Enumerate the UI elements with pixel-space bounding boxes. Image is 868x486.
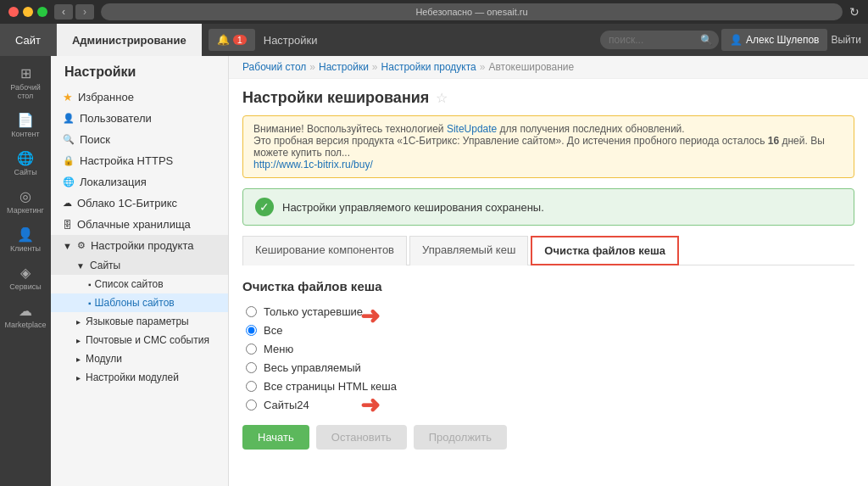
radio-old-label: Только устаревшие [264,305,363,318]
content-label: Контент [11,130,39,138]
breadcrumb-desktop[interactable]: Рабочий стол [242,61,306,73]
reload-icon[interactable]: ↻ [849,5,860,19]
favorite-star-icon[interactable]: ☆ [436,90,448,106]
radio-old[interactable]: Только устаревшие [246,305,854,318]
notification-btn[interactable]: 🔔 1 [209,29,255,51]
sites-label: Сайты [14,168,36,176]
nav-item-sites-group[interactable]: ▼ Сайты [51,256,228,275]
nav-item-localization[interactable]: 🌐 Локализация [51,171,228,193]
sidebar-item-clients[interactable]: 👤 Клиенты [0,221,51,259]
nav-item-storage[interactable]: 🗄 Облачные хранилища [51,214,228,235]
minimize-btn[interactable] [23,7,33,17]
logout-btn[interactable]: Выйти [831,24,861,56]
maximize-btn[interactable] [37,7,47,17]
radio-all[interactable]: Все [246,324,854,337]
nav-sidebar: Настройки ★ Избранное 👤 Пользователи 🔍 П… [51,56,229,486]
marketing-label: Маркетинг [7,206,44,215]
btn-group: Начать Остановить Продолжить [242,425,854,450]
stop-btn[interactable]: Остановить [316,425,407,450]
favorites-label: Избранное [78,91,134,103]
users-icon: 👤 [63,113,75,124]
alert-text1: Внимание! Воспользуйтесь технологией [253,123,447,135]
back-btn[interactable]: ‹ [54,4,73,20]
sidebar-item-marketplace[interactable]: ☁ Marketplace [0,297,51,335]
breadcrumb-product[interactable]: Настройки продукта [381,61,476,73]
search-nav-label: Поиск [80,133,110,146]
user-icon: 👤 [730,34,743,46]
localization-icon: 🌐 [63,176,75,187]
nav-item-mail[interactable]: ▸ Почтовые и СМС события [51,331,228,349]
marketplace-icon: ☁ [19,303,32,319]
sidebar-item-sites[interactable]: 🌐 Сайты [0,144,51,182]
search-icon: 🔍 [700,34,713,46]
icon-sidebar: ⊞ Рабочийстол 📄 Контент 🌐 Сайты ◎ Маркет… [0,56,51,486]
radio-menu-label: Меню [264,343,293,355]
clients-icon: 👤 [17,226,34,243]
radio-sites24[interactable]: Сайты24 [246,399,854,411]
nav-item-lang[interactable]: ▸ Языковые параметры [51,312,228,331]
notification-count: 1 [233,35,247,45]
page-title: Настройки кеширования [242,89,429,107]
nav-item-cloud[interactable]: ☁ Облако 1С-Битрикс [51,193,228,214]
alert-link[interactable]: SiteUpdate [447,123,497,135]
sites-list-label: Список сайтов [95,278,164,290]
cache-section: Очистка файлов кеша Только устаревшие Вс… [229,265,868,463]
sidebar-item-desktop[interactable]: ⊞ Рабочийстол [0,59,51,106]
admin-tab[interactable]: Администрирование [57,24,202,56]
site-tab[interactable]: Сайт [0,24,57,56]
sites-group-label: Сайты [90,260,120,271]
nav-item-sites-list[interactable]: ▪ Список сайтов [51,275,228,293]
breadcrumb-sep1: » [309,61,315,73]
close-btn[interactable] [8,7,19,17]
settings-link[interactable]: Настройки [264,24,318,56]
sidebar-item-content[interactable]: 📄 Контент [0,106,51,144]
modules-bullet: ▸ [76,355,81,364]
sidebar-title: Настройки [51,56,228,87]
tab-clean-cache[interactable]: Очистка файлов кеша [531,236,679,265]
favorites-icon: ★ [63,91,73,103]
nav-item-modules[interactable]: ▸ Модули [51,349,228,368]
cloud-icon: ☁ [63,198,72,209]
radio-html[interactable]: Все страницы HTML кеша [246,380,854,393]
sidebar-item-services[interactable]: ◈ Сервисы [0,259,51,297]
radio-menu[interactable]: Меню [246,343,854,355]
breadcrumb-sep3: » [480,61,486,73]
alert-text3: Это пробная версия продукта «1С-Битрикс:… [253,135,768,147]
services-icon: ◈ [20,265,31,281]
nav-item-search[interactable]: 🔍 Поиск [51,129,228,150]
users-label: Пользователи [80,112,152,125]
forward-btn[interactable]: › [75,4,94,20]
nav-item-favorites[interactable]: ★ Избранное [51,87,228,108]
mail-bullet: ▸ [76,336,81,345]
continue-btn[interactable]: Продолжить [414,425,507,450]
nav-item-users[interactable]: 👤 Пользователи [51,108,228,129]
alert-link2[interactable]: http://www.1c-bitrix.ru/buy/ [253,159,373,170]
user-btn[interactable]: 👤 Алекс Шулепов [721,29,827,51]
check-circle-icon: ✓ [255,198,274,216]
radio-managed[interactable]: Весь управляемый [246,361,854,374]
storage-label: Облачные хранилища [77,218,191,231]
tab-components[interactable]: Кеширование компонентов [242,236,407,265]
sidebar-item-marketing[interactable]: ◎ Маркетинг [0,182,51,221]
breadcrumb-current: Автокеширование [488,61,574,73]
nav-item-site-templates[interactable]: ▪ Шаблоны сайтов [51,293,228,312]
sites-list-bullet: ▪ [88,280,92,289]
breadcrumb-sep2: » [372,61,378,73]
lang-bullet: ▸ [76,317,81,327]
clients-label: Клиенты [10,244,41,253]
nav-item-https[interactable]: 🔒 Настройка HTTPS [51,150,228,171]
cache-section-title: Очистка файлов кеша [242,279,854,293]
success-text: Настройки управляемого кеширования сохра… [282,201,544,214]
start-btn[interactable]: Начать [242,425,309,450]
site-templates-label: Шаблоны сайтов [95,297,175,309]
breadcrumb-settings[interactable]: Настройки [319,61,369,73]
lang-label: Языковые параметры [86,316,189,327]
services-label: Сервисы [9,282,41,291]
radio-group: Только устаревшие Все Меню Весь управляе… [246,305,854,411]
nav-item-module-settings[interactable]: ▸ Настройки модулей [51,368,228,387]
product-settings-arrow: ▼ [63,241,72,251]
user-name: Алекс Шулепов [746,34,819,46]
tab-managed[interactable]: Управляемый кеш [409,236,528,265]
module-settings-bullet: ▸ [76,373,81,383]
nav-item-product-settings[interactable]: ▼ ⚙ Настройки продукта [51,235,228,256]
